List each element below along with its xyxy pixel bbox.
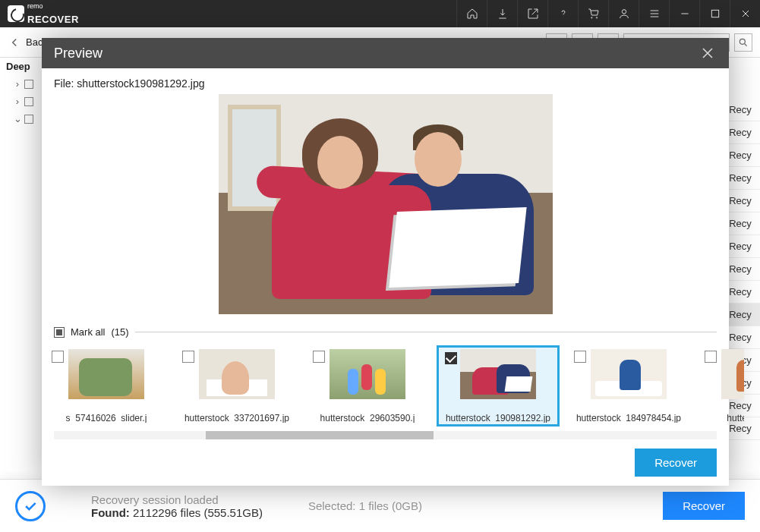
thumbnail[interactable]: hutterstock_190981292.jp xyxy=(437,345,560,427)
help-icon[interactable] xyxy=(547,0,578,27)
cart-icon[interactable] xyxy=(578,0,608,27)
thumbnail[interactable]: s_57416026_slider.j xyxy=(45,345,168,427)
thumbnail-checkbox[interactable] xyxy=(574,351,586,363)
divider xyxy=(135,332,717,332)
preview-image xyxy=(219,94,553,314)
logo-text: RECOVER xyxy=(27,14,79,25)
status-text: Recovery session loaded Found: 2112296 f… xyxy=(91,493,263,519)
logo-super: remo xyxy=(27,2,43,10)
dialog-title: Preview xyxy=(54,46,102,61)
file-line: File: shutterstock190981292.jpg xyxy=(42,68,729,94)
thumbnail-image[interactable] xyxy=(721,349,744,399)
scrollbar-thumb[interactable] xyxy=(206,431,434,439)
thumbnail[interactable]: hutterstock_29603590.j xyxy=(306,345,429,427)
app-logo: remo RECOVER xyxy=(0,2,79,25)
file-name: shutterstock190981292.jpg xyxy=(77,77,204,90)
thumbnail-image[interactable] xyxy=(199,349,275,399)
thumbnail-label: hutterstock_29603590.j xyxy=(320,413,415,423)
dialog-footer: Recover xyxy=(42,439,729,486)
status-check-icon xyxy=(15,491,46,521)
mark-all-count: (15) xyxy=(112,326,129,338)
logo-mark-icon xyxy=(8,5,24,22)
thumbnail[interactable]: hutterstock_184 xyxy=(698,345,744,427)
thumbnail-image[interactable] xyxy=(330,349,405,399)
found-value: 2112296 files (555.51GB) xyxy=(133,506,263,519)
mark-all-label[interactable]: Mark all xyxy=(71,326,106,338)
close-icon[interactable] xyxy=(730,0,760,27)
user-icon[interactable] xyxy=(608,0,639,27)
thumbnail-label: hutterstock_337201697.jp xyxy=(184,413,289,423)
svg-rect-1 xyxy=(711,10,718,17)
export-icon[interactable] xyxy=(517,0,547,27)
thumbnail-label: hutterstock_184978454.jp xyxy=(576,413,681,423)
minimize-icon[interactable] xyxy=(669,0,699,27)
thumbnail-checkbox[interactable] xyxy=(52,351,64,363)
thumbnail[interactable]: hutterstock_337201697.jp xyxy=(175,345,298,427)
titlebar: remo RECOVER xyxy=(0,0,760,27)
recover-main-button[interactable]: Recover xyxy=(663,492,745,520)
mark-all-row: Mark all (15) xyxy=(42,322,729,342)
file-prefix: File: xyxy=(54,77,77,90)
svg-point-0 xyxy=(622,10,626,14)
dialog-recover-button[interactable]: Recover xyxy=(635,449,717,477)
found-label: Found: xyxy=(91,506,130,519)
titlebar-buttons xyxy=(456,0,760,27)
mark-all-checkbox[interactable] xyxy=(54,327,65,338)
thumbnail[interactable]: hutterstock_184978454.jp xyxy=(567,345,690,427)
thumbnail-image[interactable] xyxy=(460,349,536,399)
thumbnail-label: s_57416026_slider.j xyxy=(66,413,147,423)
dialog-header: Preview xyxy=(42,38,729,68)
thumbnail-label: hutterstock_184 xyxy=(727,413,744,423)
thumbnail-checkbox[interactable] xyxy=(313,351,325,363)
preview-dialog: Preview File: shutterstock190981292.jpg … xyxy=(42,38,729,486)
session-line: Recovery session loaded xyxy=(91,493,263,506)
maximize-icon[interactable] xyxy=(699,0,730,27)
dialog-close-icon[interactable] xyxy=(699,44,717,62)
thumbnail-strip[interactable]: s_57416026_slider.jhutterstock_337201697… xyxy=(45,342,744,427)
thumbnail-image[interactable] xyxy=(68,349,144,399)
thumbnail-checkbox[interactable] xyxy=(705,351,717,363)
svg-point-2 xyxy=(740,39,745,44)
thumbnail-checkbox[interactable] xyxy=(445,352,457,364)
thumbnail-checkbox[interactable] xyxy=(182,351,194,363)
menu-icon[interactable] xyxy=(639,0,669,27)
home-icon[interactable] xyxy=(456,0,487,27)
status-bar: Recovery session loaded Found: 2112296 f… xyxy=(0,479,760,532)
thumbnail-label: hutterstock_190981292.jp xyxy=(446,413,550,423)
back-arrow-icon[interactable] xyxy=(8,36,21,49)
main-preview xyxy=(42,94,729,322)
thumbnail-scrollbar[interactable] xyxy=(54,431,717,439)
search-icon[interactable] xyxy=(734,33,752,52)
selected-label: Selected: 1 files (0GB) xyxy=(308,499,422,512)
thumbnail-image[interactable] xyxy=(591,349,667,399)
download-icon[interactable] xyxy=(487,0,517,27)
